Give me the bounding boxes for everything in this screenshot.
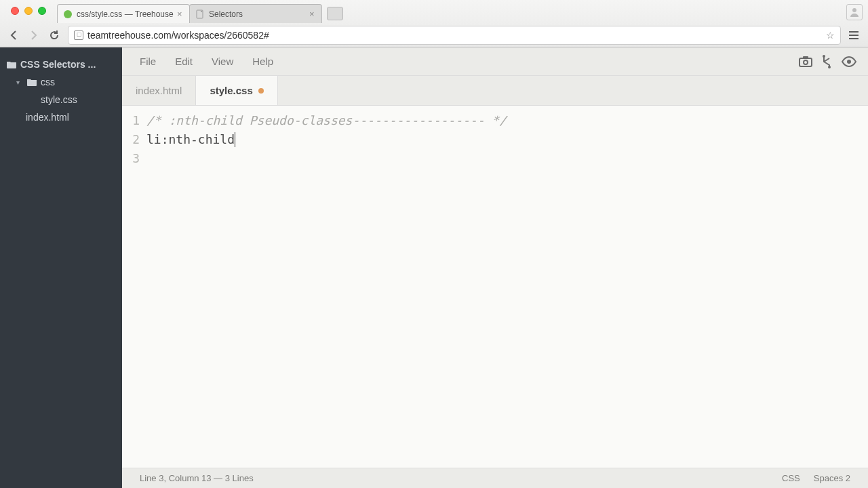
code-editor[interactable]: 1 2 3 /* :nth-child Pseudo-classes------… [122, 106, 868, 468]
url-input[interactable]: ☐ teamtreehouse.com/workspaces/2660582# … [68, 26, 841, 45]
svg-point-7 [828, 66, 831, 68]
tab-label: index.html [136, 85, 182, 96]
code-line: li:nth-child [146, 130, 868, 149]
text-cursor [235, 132, 235, 147]
svg-rect-3 [800, 58, 812, 66]
menu-file[interactable]: File [130, 56, 165, 67]
indent-mode[interactable]: Spaces 2 [807, 473, 857, 483]
maximize-window-button[interactable] [38, 7, 46, 15]
project-root[interactable]: CSS Selectors ... [0, 56, 122, 73]
svg-point-6 [823, 55, 825, 58]
user-profile-icon[interactable] [846, 4, 863, 20]
line-gutter: 1 2 3 [122, 111, 146, 468]
folder-icon [27, 78, 37, 86]
line-number: 2 [122, 130, 140, 149]
svg-rect-5 [803, 56, 808, 59]
tab-bar: css/style.css — Treehouse × Selectors × [0, 0, 868, 23]
treehouse-favicon-icon [63, 9, 73, 19]
status-bar: Line 3, Column 13 — 3 Lines CSS Spaces 2 [122, 468, 868, 488]
code-content[interactable]: /* :nth-child Pseudo-classes------------… [146, 111, 868, 468]
svg-point-8 [847, 60, 851, 64]
sidebar-folder-css[interactable]: ▾ css [0, 73, 122, 91]
project-name: CSS Selectors ... [20, 59, 96, 70]
page-favicon-icon [195, 9, 205, 19]
fork-icon[interactable] [816, 52, 838, 71]
back-button[interactable] [7, 28, 20, 42]
code-text: li:nth-child [146, 132, 235, 146]
close-window-button[interactable] [11, 7, 19, 15]
browser-tab-active[interactable]: css/style.css — Treehouse × [57, 4, 190, 23]
editor-tabs: index.html style.css [122, 76, 868, 106]
close-tab-icon[interactable]: × [309, 9, 316, 19]
address-bar: ☐ teamtreehouse.com/workspaces/2660582# … [0, 23, 868, 47]
folder-label: css [41, 77, 55, 87]
language-mode[interactable]: CSS [775, 473, 807, 483]
snapshot-icon[interactable] [795, 52, 816, 71]
bookmark-star-icon[interactable]: ☆ [826, 30, 835, 41]
line-number: 1 [122, 111, 140, 130]
reload-button[interactable] [47, 28, 61, 42]
browser-tab[interactable]: Selectors × [189, 4, 322, 23]
folder-icon [7, 60, 16, 68]
preview-eye-icon[interactable] [838, 52, 860, 71]
main-pane: File Edit View Help index.html style.css [122, 47, 868, 488]
browser-tabs: css/style.css — Treehouse × Selectors × [57, 4, 343, 23]
menu-edit[interactable]: Edit [165, 56, 202, 67]
cursor-position: Line 3, Column 13 — 3 Lines [133, 473, 260, 483]
menu-bar: File Edit View Help [122, 47, 868, 76]
forward-button[interactable] [27, 28, 41, 42]
site-info-icon[interactable]: ☐ [74, 30, 83, 40]
svg-point-2 [852, 8, 856, 12]
tab-label: style.css [210, 85, 252, 96]
code-line: /* :nth-child Pseudo-classes------------… [146, 111, 868, 130]
svg-point-4 [804, 60, 808, 64]
menu-help[interactable]: Help [243, 56, 283, 67]
minimize-window-button[interactable] [24, 7, 33, 15]
new-tab-button[interactable] [327, 7, 343, 20]
line-number: 3 [122, 149, 140, 168]
editor-tab-indexhtml[interactable]: index.html [122, 76, 196, 105]
file-sidebar: CSS Selectors ... ▾ css style.css index.… [0, 47, 122, 488]
window-controls [5, 0, 52, 15]
chevron-down-icon: ▾ [16, 79, 23, 86]
menu-view[interactable]: View [202, 56, 243, 67]
svg-point-0 [64, 10, 72, 18]
url-text: teamtreehouse.com/workspaces/2660582# [87, 30, 269, 41]
tab-title: css/style.css — Treehouse [77, 9, 177, 19]
sidebar-file-stylecss[interactable]: style.css [0, 91, 122, 108]
editor-tab-stylecss[interactable]: style.css [196, 76, 277, 105]
modified-indicator-icon [258, 88, 264, 94]
file-label: index.html [26, 112, 69, 123]
app-window: CSS Selectors ... ▾ css style.css index.… [0, 47, 868, 488]
browser-chrome: css/style.css — Treehouse × Selectors × [0, 0, 868, 47]
close-tab-icon[interactable]: × [177, 9, 184, 19]
sidebar-file-indexhtml[interactable]: index.html [0, 108, 122, 126]
file-label: style.css [41, 94, 77, 105]
tab-title: Selectors [209, 9, 309, 19]
browser-menu-icon[interactable] [848, 29, 861, 41]
